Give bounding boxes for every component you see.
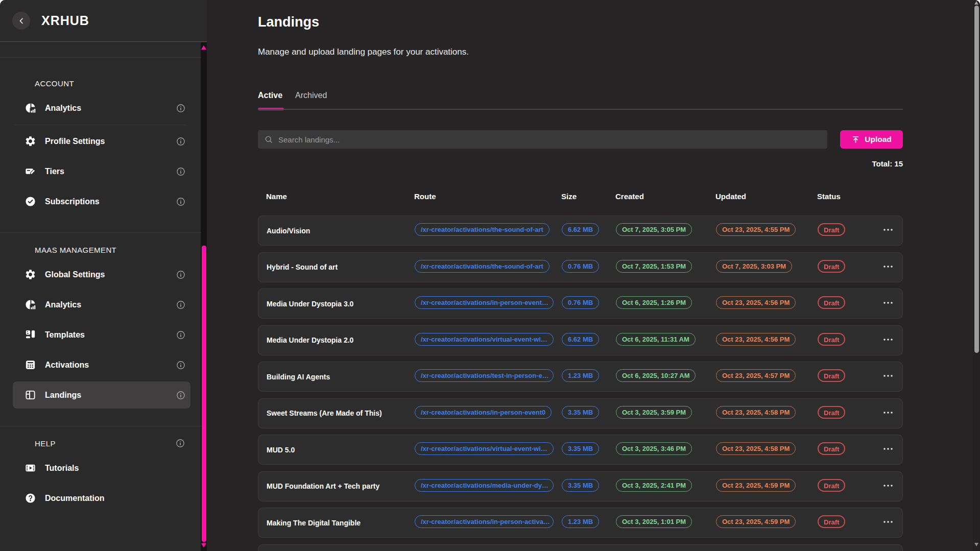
route-pill[interactable]: /xr-creator/activations/virtual-event-wi…	[415, 333, 554, 346]
created-badge: Oct 6, 2025, 1:26 PM	[616, 296, 692, 309]
route-pill[interactable]: /xr-creator/activations/media-under-dy…	[415, 479, 554, 492]
row-menu-button[interactable]	[881, 223, 895, 236]
tab-active[interactable]: Active	[258, 91, 282, 103]
tab-archived[interactable]: Archived	[295, 91, 327, 103]
collapse-sidebar-button[interactable]	[12, 12, 30, 30]
page-scrollbar[interactable]	[973, 0, 980, 551]
chevron-down-icon	[15, 246, 23, 254]
sidebar-scrollbar-thumb[interactable]	[202, 246, 206, 542]
row-menu-button[interactable]	[881, 333, 895, 346]
scroll-up-arrow-icon[interactable]	[974, 1, 978, 5]
table-row-partial[interactable]	[258, 544, 903, 551]
sidebar-item-tiers[interactable]: Tiers	[13, 158, 190, 185]
size-badge: 0.76 MB	[562, 260, 599, 273]
page-scrollbar-thumb[interactable]	[974, 6, 979, 353]
sidebar-section-header[interactable]: MAAS MANAGEMENT	[0, 244, 190, 256]
sidebar-section-header[interactable]: ACCOUNT	[0, 77, 190, 89]
row-menu-button[interactable]	[881, 260, 895, 273]
sidebar-item-templates[interactable]: Templates	[13, 321, 190, 348]
landings-icon	[25, 389, 36, 401]
created-badge: Oct 7, 2025, 1:53 PM	[616, 260, 692, 273]
analytics-icon	[25, 299, 36, 310]
info-icon[interactable]	[176, 270, 185, 279]
table-row[interactable]: Audio/Vision /xr-creator/activations/the…	[258, 215, 903, 246]
documentation-icon	[25, 492, 36, 504]
row-menu-button[interactable]	[881, 442, 895, 456]
info-icon[interactable]	[176, 439, 185, 448]
created-badge: Oct 6, 2025, 10:27 AM	[616, 369, 696, 382]
route-pill[interactable]: /xr-creator/activations/in-person-activa…	[415, 515, 554, 528]
total-count: Total: 15	[769, 159, 903, 168]
landing-name: Building AI Agents	[267, 373, 415, 381]
row-menu-button[interactable]	[881, 406, 895, 419]
created-badge: Oct 6, 2025, 11:31 AM	[616, 333, 696, 346]
route-pill[interactable]: /xr-creator/activations/in-person-event0	[415, 406, 552, 419]
info-icon[interactable]	[176, 137, 185, 146]
table-row[interactable]: Hybrid - Sound of art /xr-creator/activa…	[258, 252, 903, 282]
divider	[0, 426, 201, 426]
upload-button[interactable]: Upload	[840, 130, 903, 149]
sidebar-section-header[interactable]: HELP	[0, 437, 190, 449]
status-badge: Draft	[818, 515, 845, 528]
route-pill[interactable]: /xr-creator/activations/in-person-event…	[415, 296, 554, 309]
info-icon[interactable]	[176, 391, 185, 400]
updated-badge: Oct 23, 2025, 4:57 PM	[716, 369, 796, 382]
divider	[0, 57, 201, 58]
upload-button-label: Upload	[865, 135, 892, 144]
status-badge: Draft	[818, 479, 845, 492]
sidebar-item-activations[interactable]: Activations	[13, 351, 190, 378]
sidebar-item-analytics[interactable]: Analytics	[13, 291, 190, 318]
sidebar-item-subscriptions[interactable]: Subscriptions	[13, 188, 190, 215]
info-icon[interactable]	[176, 167, 185, 176]
divider	[0, 232, 201, 233]
column-header-size: Size	[561, 192, 615, 201]
sidebar-item-analytics[interactable]: Analytics	[13, 94, 190, 122]
sidebar-item-label: Subscriptions	[45, 197, 176, 206]
sidebar-item-landings[interactable]: Landings	[13, 381, 190, 409]
table-row[interactable]: MUD Foundation Art + Tech party /xr-crea…	[258, 471, 903, 501]
info-icon[interactable]	[176, 300, 185, 309]
sidebar-item-label: Tutorials	[45, 464, 185, 473]
row-menu-button[interactable]	[881, 515, 895, 529]
sidebar-item-label: Analytics	[45, 300, 176, 309]
table-row[interactable]: Building AI Agents /xr-creator/activatio…	[258, 362, 903, 392]
page-subtitle: Manage and upload landing pages for your…	[258, 47, 469, 57]
landing-name: MUD Foundation Art + Tech party	[267, 482, 415, 490]
scroll-down-arrow-icon[interactable]	[974, 543, 978, 546]
table-row[interactable]: Media Under Dystopia 3.0 /xr-creator/act…	[258, 289, 903, 319]
info-icon[interactable]	[176, 361, 185, 370]
sidebar-item-label: Landings	[45, 391, 176, 400]
search-input[interactable]	[278, 135, 821, 144]
landing-name: Media Under Dystopia 3.0	[267, 300, 415, 308]
sidebar-item-tutorials[interactable]: Tutorials	[13, 454, 190, 482]
tutorials-icon	[25, 462, 36, 474]
scroll-down-arrow-icon[interactable]	[201, 543, 206, 547]
gear-icon	[25, 135, 36, 147]
sidebar-scrollbar[interactable]	[201, 42, 207, 551]
sidebar-section: MAAS MANAGEMENT Global Settings Analytic…	[0, 232, 201, 409]
size-badge: 6.62 MB	[562, 223, 599, 236]
info-icon[interactable]	[176, 104, 185, 113]
table-row[interactable]: Making The Digital Tangible /xr-creator/…	[258, 508, 903, 538]
info-icon[interactable]	[176, 197, 185, 206]
sidebar-item-profile-settings[interactable]: Profile Settings	[13, 128, 190, 155]
sidebar-section-label: ACCOUNT	[35, 79, 185, 88]
row-menu-button[interactable]	[881, 369, 895, 382]
subscriptions-icon	[25, 196, 36, 207]
route-pill[interactable]: /xr-creator/activations/the-sound-of-art	[415, 223, 549, 236]
scroll-up-arrow-icon[interactable]	[201, 45, 206, 50]
activations-icon	[25, 359, 36, 371]
upload-icon	[851, 135, 860, 144]
table-row[interactable]: MUD 5.0 /xr-creator/activations/virtual-…	[258, 435, 903, 465]
sidebar-item-global-settings[interactable]: Global Settings	[13, 261, 190, 288]
route-pill[interactable]: /xr-creator/activations/virtual-event-wi…	[415, 442, 554, 455]
row-menu-button[interactable]	[881, 296, 895, 309]
status-badge: Draft	[818, 406, 845, 419]
route-pill[interactable]: /xr-creator/activations/test-in-person-e…	[415, 369, 554, 382]
table-row[interactable]: Sweet Streams (Are Made of This) /xr-cre…	[258, 398, 903, 428]
table-row[interactable]: Media Under Dystopia 2.0 /xr-creator/act…	[258, 325, 903, 355]
route-pill[interactable]: /xr-creator/activations/the-sound-of-art	[415, 260, 549, 273]
sidebar-item-documentation[interactable]: Documentation	[13, 485, 190, 512]
row-menu-button[interactable]	[881, 479, 895, 492]
info-icon[interactable]	[176, 330, 185, 340]
